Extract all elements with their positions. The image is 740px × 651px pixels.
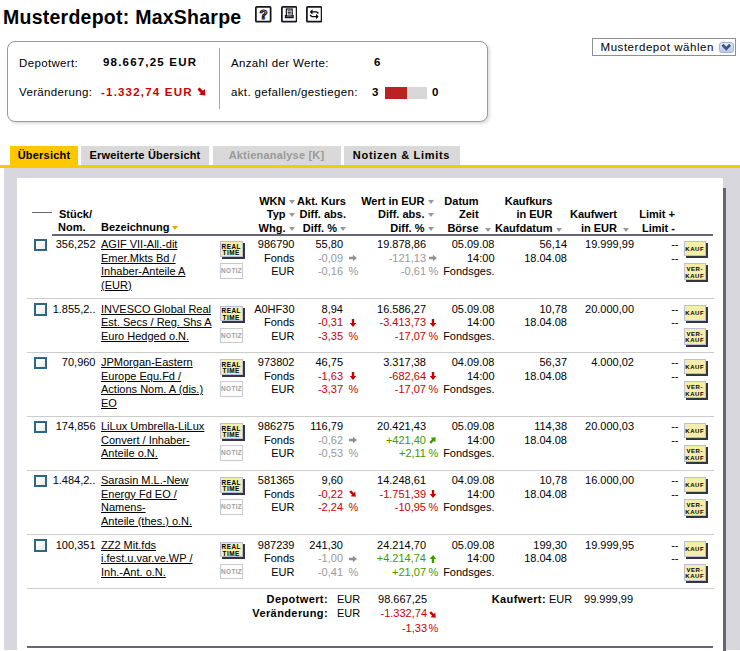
svg-text:?: ? (259, 7, 267, 22)
